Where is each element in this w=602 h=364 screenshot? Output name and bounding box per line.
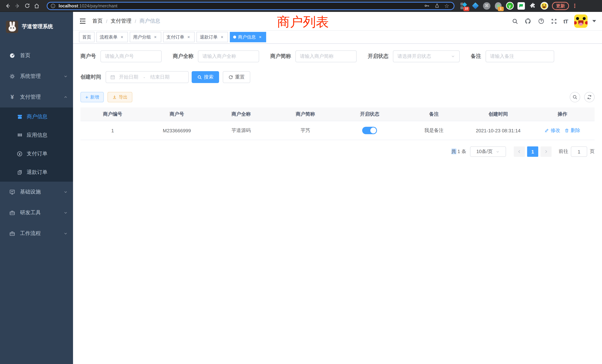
page-unit: 页 — [590, 149, 595, 154]
tab-merchant-info[interactable]: 商户信息× — [230, 32, 266, 42]
chevron-down-icon — [63, 211, 68, 215]
placeholder: 请输入商户号 — [105, 53, 134, 60]
extension-yudao-icon[interactable]: y — [506, 2, 514, 10]
cell-merchant-short-name: 芋艿 — [273, 127, 337, 134]
goto-page-input[interactable]: 1 — [571, 146, 587, 157]
extensions-puzzle-icon[interactable] — [529, 2, 537, 10]
avatar-dropdown-caret-icon[interactable] — [592, 20, 596, 22]
sidebar-item-home[interactable]: 首页 — [0, 45, 73, 66]
fullscreen-icon[interactable] — [551, 18, 557, 24]
delete-link-label: 删除 — [571, 127, 580, 134]
date-end-placeholder[interactable]: 结束日期 — [150, 74, 170, 80]
chevron-down-icon — [63, 231, 68, 236]
extension-chat-icon[interactable] — [517, 2, 525, 10]
tab-close-icon[interactable]: × — [153, 34, 158, 40]
prev-page-button[interactable] — [514, 146, 525, 157]
toggle-search-icon[interactable] — [570, 92, 580, 102]
tab-refund-order[interactable]: 退款订单× — [196, 32, 228, 42]
sidebar-collapse-icon[interactable] — [79, 17, 86, 25]
sidebar-item-app-info[interactable]: 应用信息 — [0, 126, 73, 145]
dashboard-icon — [8, 53, 17, 59]
user-avatar[interactable] — [574, 14, 588, 28]
merchant-name-input[interactable]: 请输入商户全称 — [198, 50, 259, 62]
reset-button-label: 重置 — [235, 74, 245, 80]
filter-row-2: 创建时间 开始日期 - 结束日期 搜索 — [80, 71, 595, 83]
refresh-icon[interactable] — [584, 92, 595, 102]
page-size-select[interactable]: 10条/页 — [470, 146, 506, 157]
password-key-icon[interactable] — [424, 3, 430, 9]
sidebar-item-merchant-info[interactable]: 商户信息 — [0, 107, 73, 126]
sidebar-item-system[interactable]: 系统管理 — [0, 66, 73, 87]
merchant-no-input[interactable]: 请输入商户号 — [100, 50, 162, 62]
extension-meet-icon[interactable]: 10 — [460, 2, 468, 10]
forward-icon[interactable] — [13, 1, 22, 11]
add-button[interactable]: + 新增 — [80, 92, 104, 102]
tab-close-icon[interactable]: × — [219, 34, 225, 40]
reset-button[interactable]: 重置 — [223, 71, 250, 83]
sidebar-item-dev-tools[interactable]: 研发工具 — [0, 202, 73, 223]
sidebar-item-pay-order[interactable]: 支付订单 — [0, 145, 73, 163]
extension-kite-icon[interactable] — [471, 2, 479, 10]
tab-close-icon[interactable]: × — [258, 34, 263, 40]
total-unit: 条 — [462, 149, 466, 154]
briefcase-icon — [8, 231, 17, 236]
browser-update-button[interactable]: 更新 — [552, 2, 569, 10]
date-start-placeholder[interactable]: 开始日期 — [119, 74, 138, 80]
remark-input[interactable]: 请输入备注 — [486, 50, 554, 62]
search-button[interactable]: 搜索 — [192, 71, 219, 83]
help-icon[interactable] — [538, 18, 545, 24]
next-page-button[interactable] — [540, 146, 552, 157]
url-text[interactable]: localhost:1024/pay/merchant — [59, 3, 118, 8]
tab-label: 流程表单 — [100, 34, 118, 40]
page-number-1[interactable]: 1 — [527, 146, 538, 157]
tab-home[interactable]: 首页 — [79, 32, 95, 42]
filter-status: 开启状态 请选择开启状态 — [368, 50, 460, 62]
site-info-icon[interactable] — [50, 2, 56, 9]
tab-pay-order[interactable]: 支付订单× — [163, 32, 195, 42]
search-icon[interactable] — [512, 18, 518, 24]
navbar-actions: tT — [512, 14, 596, 28]
tab-user-group[interactable]: 用户分组× — [130, 32, 161, 42]
sidebar-item-refund-order[interactable]: 退款订单 — [0, 163, 73, 182]
sidebar-item-label: 工作流程 — [20, 230, 41, 237]
sidebar-item-infra[interactable]: 基础设施 — [0, 182, 73, 202]
url-path: :1024/pay/merchant — [78, 3, 117, 8]
extension-camera-icon[interactable]: 1 — [494, 2, 502, 10]
chevron-up-icon — [63, 95, 68, 99]
column-header: 商户号 — [145, 107, 209, 121]
github-icon[interactable] — [525, 18, 532, 25]
chevron-down-icon — [63, 190, 68, 194]
tab-close-icon[interactable]: × — [186, 34, 191, 40]
breadcrumb-item[interactable]: 首页 — [92, 18, 103, 24]
share-icon[interactable] — [434, 3, 440, 9]
gear-icon — [8, 73, 17, 79]
address-bar[interactable]: localhost:1024/pay/merchant ☆ — [47, 2, 454, 10]
tab-close-icon[interactable]: × — [119, 34, 125, 40]
table-row: 1 M233666999 芋道源码 芋艿 我是备注 2021-10-23 08:… — [80, 121, 595, 140]
bookmark-star-icon[interactable]: ☆ — [444, 2, 449, 9]
sidebar-item-workflow[interactable]: 工作流程 — [0, 223, 73, 244]
sidebar-item-pay[interactable]: ¥ 支付管理 — [0, 87, 73, 107]
edit-link[interactable]: 修改 — [545, 127, 560, 134]
column-header: 备注 — [402, 107, 466, 121]
breadcrumb-item[interactable]: 支付管理 — [111, 18, 131, 24]
merchant-short-input[interactable]: 请输入商户简称 — [295, 50, 357, 62]
extension-command-icon[interactable]: ⌘ — [483, 2, 491, 10]
status-select[interactable]: 请选择开启状态 — [393, 50, 460, 62]
home-icon[interactable] — [32, 1, 42, 11]
font-size-icon[interactable]: tT — [563, 18, 568, 24]
selected-text: 共 — [451, 149, 456, 154]
browser-menu-icon[interactable]: ⋮ — [572, 2, 578, 9]
date-separator: - — [143, 74, 145, 80]
date-range-input[interactable]: 开始日期 - 结束日期 — [106, 71, 189, 83]
back-icon[interactable] — [3, 1, 13, 11]
status-toggle-on[interactable] — [362, 127, 377, 134]
tab-process-form[interactable]: 流程表单× — [96, 32, 128, 42]
profile-avatar-icon[interactable] — [540, 2, 548, 10]
export-button[interactable]: 导出 — [108, 92, 132, 102]
reload-icon[interactable] — [22, 1, 32, 11]
cell-remark: 我是备注 — [402, 127, 466, 134]
yen-icon: ¥ — [8, 94, 17, 100]
delete-link[interactable]: 删除 — [565, 127, 580, 134]
sidebar-logo[interactable]: 芋道管理系统 — [0, 12, 73, 36]
